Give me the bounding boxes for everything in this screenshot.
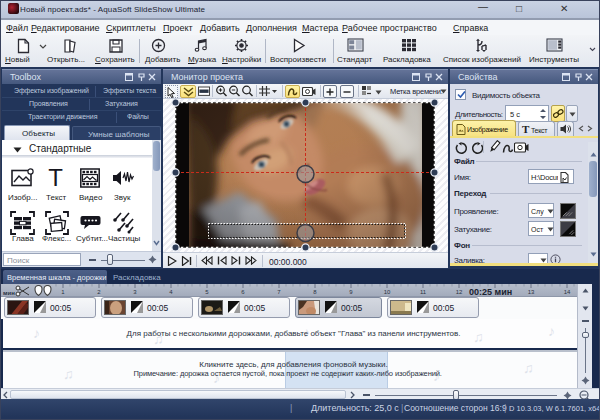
svg-text:3: 3 [133,289,137,295]
svg-text:2: 2 [97,289,101,295]
svg-text:10: 10 [384,289,391,295]
svg-text:13: 13 [528,289,535,295]
svg-text:8: 8 [313,289,317,295]
svg-text:12: 12 [456,289,463,295]
svg-text:5: 5 [205,289,209,295]
svg-text:6: 6 [241,289,245,295]
svg-text:7: 7 [277,289,281,295]
svg-text:T: T [48,167,63,189]
svg-text:14: 14 [564,289,571,295]
svg-text:11: 11 [420,289,427,295]
svg-text:4: 4 [169,289,173,295]
svg-text:9: 9 [349,289,353,295]
svg-text:1: 1 [61,289,65,295]
